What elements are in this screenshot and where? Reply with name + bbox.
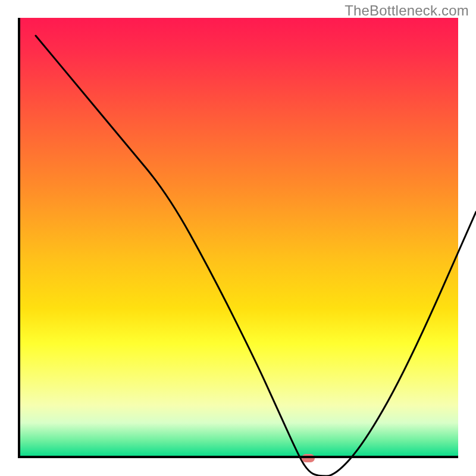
x-axis [18, 456, 458, 458]
y-axis [18, 18, 20, 458]
plot-area [18, 18, 458, 458]
chart-frame: TheBottleneck.com [0, 0, 476, 476]
bottleneck-curve [36, 36, 476, 476]
watermark-text: TheBottleneck.com [345, 2, 469, 19]
